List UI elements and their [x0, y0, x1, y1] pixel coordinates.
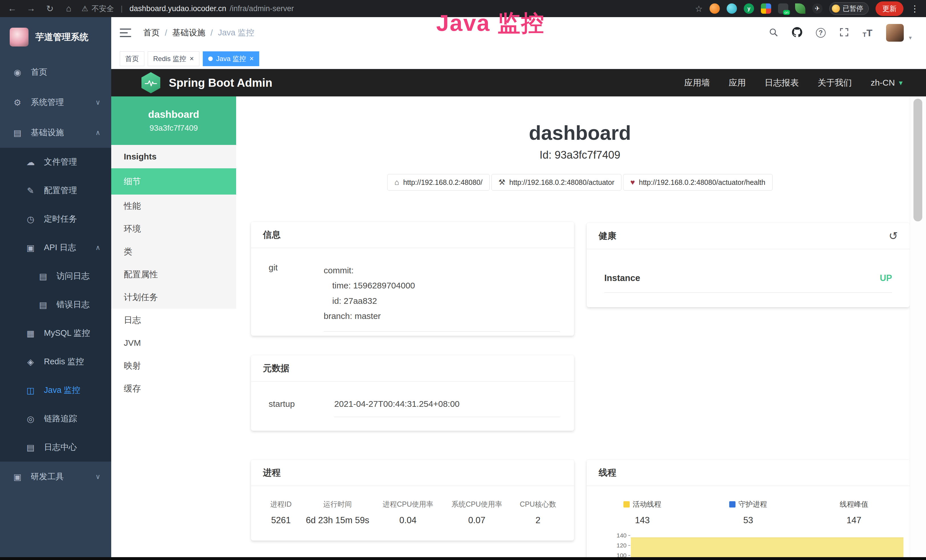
url-bar[interactable]: ⚠ 不安全 | dashboard.yudao.iocoder.cn/infra… [82, 4, 294, 14]
health-row-label: Instance [604, 273, 640, 283]
sba-nav-applications[interactable]: 应用 [729, 77, 746, 89]
breadcrumb-home[interactable]: 首页 [143, 27, 160, 38]
sidebar-item-log-center[interactable]: ▤ 日志中心 [0, 433, 111, 462]
search-icon[interactable] [769, 27, 778, 38]
sba-menu-classes[interactable]: 类 [111, 240, 236, 263]
kebab-menu-icon[interactable]: ⋮ [910, 3, 919, 14]
extension-leaf-icon[interactable] [795, 3, 805, 14]
close-icon[interactable]: × [250, 55, 254, 62]
locale-selector[interactable]: zh-CN ▾ [871, 78, 903, 88]
sidebar-item-label: 错误日志 [56, 299, 89, 310]
sba-nav-journal[interactable]: 日志报表 [764, 77, 799, 89]
instance-name: dashboard [148, 109, 199, 120]
actuator-url-label: http://192.168.0.2:48080/actuator [509, 178, 614, 186]
extension-grid-icon[interactable] [761, 3, 771, 14]
extension-drop-icon[interactable] [727, 3, 737, 14]
metadata-card: 元数据 startup 2021-04-27T00:44:31.254+08:0… [251, 355, 574, 431]
sidebar-item-api-log[interactable]: ▣ API 日志 ∧ [0, 233, 111, 262]
browser-nav: ← → ↻ ⌂ [7, 3, 74, 14]
legend-yellow-swatch [623, 501, 630, 507]
github-icon[interactable] [792, 27, 802, 38]
app-frame: 芋道管理系统 ◉ 首页 ⚙ 系统管理 ∨ ▤ 基础设施 ∧ ☁ 文件管理 [0, 17, 926, 560]
instance-selector[interactable]: dashboard 93a3fc7f7409 [111, 97, 236, 145]
sba-menu-environment[interactable]: 环境 [111, 217, 236, 240]
app-logo[interactable]: 芋道管理系统 [0, 17, 111, 57]
history-icon[interactable]: ↺ [889, 230, 898, 242]
url-path: /infra/admin-server [230, 4, 294, 13]
sidebar-item-label: 文件管理 [44, 156, 77, 168]
screen-bottom-edge [0, 557, 926, 560]
sidebar-item-home[interactable]: ◉ 首页 [0, 57, 111, 87]
sidebar-item-files[interactable]: ☁ 文件管理 [0, 148, 111, 176]
extension-switch-icon[interactable]: on [778, 3, 788, 14]
help-icon[interactable]: ? [816, 28, 826, 38]
sidebar-item-java-monitor[interactable]: ◫ Java 监控 [0, 376, 111, 404]
sba-brand-title[interactable]: Spring Boot Admin [169, 76, 272, 89]
browser-home-icon[interactable]: ⌂ [63, 3, 74, 14]
sba-nav-about[interactable]: 关于我们 [818, 77, 852, 89]
health-url-button[interactable]: ♥ http://192.168.0.2:48080/actuator/heal… [623, 174, 772, 191]
tick-mark [628, 535, 630, 536]
git-commit-line: commit: [324, 263, 560, 278]
process-col-syscpu: 系统CPU使用率 0.07 [443, 499, 510, 525]
sidebar-item-mysql[interactable]: ▦ MySQL 监控 [0, 319, 111, 348]
sidebar-item-error-log[interactable]: ▤ 错误日志 [0, 291, 111, 319]
main-column: 首页 / 基础设施 / Java 监控 ? TT ▾ [111, 17, 926, 560]
service-url-button[interactable]: ⌂ http://192.168.0.2:48080/ [387, 174, 489, 191]
paused-chip[interactable]: 已暂停 [829, 2, 869, 15]
legend-daemon-threads: 守护进程 53 [695, 499, 801, 525]
sba-nav-wallboard[interactable]: 应用墙 [684, 77, 710, 89]
reload-icon[interactable]: ↻ [44, 3, 55, 14]
hamburger-icon[interactable] [120, 28, 132, 38]
caret-down-icon: ▾ [909, 34, 912, 41]
scrollbar-track[interactable] [910, 97, 926, 557]
git-branch-line: branch: master [324, 309, 560, 324]
sba-menu-scheduledtasks[interactable]: 计划任务 [111, 286, 236, 309]
sidebar-item-jobs[interactable]: ◷ 定时任务 [0, 205, 111, 233]
tab-label: Redis 监控 [153, 54, 186, 64]
sba-sidebar: dashboard 93a3fc7f7409 Insights 细节 性能 环境… [111, 97, 236, 560]
sba-menu-details[interactable]: 细节 [111, 168, 236, 195]
bookmark-star-icon[interactable]: ☆ [695, 4, 703, 14]
on-badge: on [783, 10, 790, 15]
sba-menu-configprops[interactable]: 配置属性 [111, 263, 236, 286]
sidebar-item-devtools[interactable]: ▣ 研发工具 ∨ [0, 462, 111, 492]
font-size-icon[interactable]: TT [863, 27, 872, 38]
fullscreen-icon[interactable] [839, 27, 849, 38]
tab-home[interactable]: 首页 [120, 51, 144, 66]
tab-redis-monitor[interactable]: Redis 监控 × [148, 51, 199, 66]
scrollbar-thumb[interactable] [914, 99, 922, 221]
sidebar-item-trace[interactable]: ◎ 链路追踪 [0, 404, 111, 433]
sba-menu-mappings[interactable]: 映射 [111, 354, 236, 377]
extension-green-icon[interactable]: y [744, 3, 754, 14]
tab-java-monitor[interactable]: Java 监控 × [203, 51, 259, 66]
update-button[interactable]: 更新 [876, 2, 903, 16]
breadcrumb-infra[interactable]: 基础设施 [172, 27, 205, 38]
sba-menu-caches[interactable]: 缓存 [111, 377, 236, 400]
sidebar-item-label: 配置管理 [44, 185, 77, 196]
forward-icon[interactable]: → [26, 3, 36, 14]
sidebar-item-config[interactable]: ✎ 配置管理 [0, 176, 111, 205]
process-col-cpu: 进程CPU使用率 0.04 [373, 499, 443, 525]
back-icon[interactable]: ← [7, 3, 18, 14]
sba-menu-logs[interactable]: 日志 [111, 309, 236, 331]
instance-header: dashboard Id: 93a3fc7f7409 [251, 121, 909, 161]
sidebar-item-access-log[interactable]: ▤ 访问日志 [0, 262, 111, 291]
sidebar-item-label: MySQL 监控 [44, 327, 90, 339]
page-subtitle: Id: 93a3fc7f7409 [251, 149, 909, 161]
metadata-row: startup 2021-04-27T00:44:31.254+08:00 [269, 399, 560, 417]
extension-orange-icon[interactable] [710, 3, 720, 14]
health-url-label: http://192.168.0.2:48080/actuator/health [639, 178, 765, 186]
close-icon[interactable]: × [190, 55, 194, 62]
sidebar-item-infra[interactable]: ▤ 基础设施 ∧ [0, 118, 111, 148]
sidebar-item-system[interactable]: ⚙ 系统管理 ∨ [0, 87, 111, 118]
sidebar-menu: ◉ 首页 ⚙ 系统管理 ∨ ▤ 基础设施 ∧ ☁ 文件管理 ✎ 配置管 [0, 57, 111, 492]
extension-plane-icon[interactable]: ✈ [812, 3, 823, 14]
sba-logo-icon[interactable] [141, 72, 160, 93]
sba-menu-jvm[interactable]: JVM [111, 331, 236, 354]
user-avatar[interactable] [886, 24, 904, 42]
app-header: 首页 / 基础设施 / Java 监控 ? TT ▾ [111, 17, 926, 48]
sidebar-item-redis[interactable]: ◈ Redis 监控 [0, 348, 111, 376]
sba-menu-metrics[interactable]: 性能 [111, 195, 236, 217]
actuator-url-button[interactable]: ⚒ http://192.168.0.2:48080/actuator [492, 174, 622, 191]
